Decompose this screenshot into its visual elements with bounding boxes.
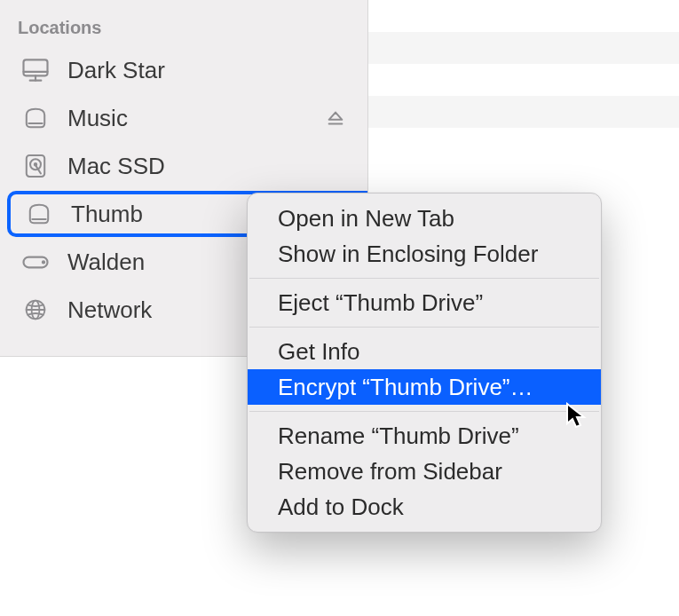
menu-item-get-info[interactable]: Get Info <box>248 334 601 369</box>
disk-icon <box>18 100 53 136</box>
disk-icon <box>21 196 57 232</box>
menu-item-eject[interactable]: Eject “Thumb Drive” <box>248 285 601 320</box>
sidebar-item-label: Dark Star <box>67 57 165 84</box>
menu-item-remove-from-sidebar[interactable]: Remove from Sidebar <box>248 454 601 489</box>
sidebar-item-mac-ssd[interactable]: Mac SSD <box>7 143 360 189</box>
imac-icon <box>18 52 53 88</box>
file-list <box>368 0 679 122</box>
sidebar-item-label: Walden <box>67 249 145 276</box>
sidebar-item-music[interactable]: Music <box>7 95 360 141</box>
sidebar-item-label: Mac SSD <box>67 153 165 180</box>
timecapsule-icon <box>18 244 53 280</box>
menu-separator <box>249 411 599 412</box>
menu-item-show-in-enclosing[interactable]: Show in Enclosing Folder <box>248 236 601 272</box>
sidebar-item-label: Music <box>67 105 128 132</box>
eject-icon[interactable] <box>325 107 346 129</box>
menu-separator <box>249 327 599 328</box>
menu-item-add-to-dock[interactable]: Add to Dock <box>248 489 601 525</box>
sidebar-item-dark-star[interactable]: Dark Star <box>7 47 360 93</box>
menu-item-encrypt[interactable]: Encrypt “Thumb Drive”… <box>248 369 601 405</box>
context-menu: Open in New Tab Show in Enclosing Folder… <box>247 193 602 533</box>
globe-icon <box>18 292 53 328</box>
svg-point-12 <box>43 261 44 263</box>
menu-item-open-in-new-tab[interactable]: Open in New Tab <box>248 201 601 236</box>
svg-rect-0 <box>24 59 48 75</box>
sidebar-item-label: Network <box>67 296 152 324</box>
section-title-locations: Locations <box>0 18 367 47</box>
menu-item-rename[interactable]: Rename “Thumb Drive” <box>248 418 601 454</box>
hdd-icon <box>18 148 53 184</box>
sidebar-item-label: Thumb <box>71 201 143 228</box>
menu-separator <box>249 278 599 279</box>
